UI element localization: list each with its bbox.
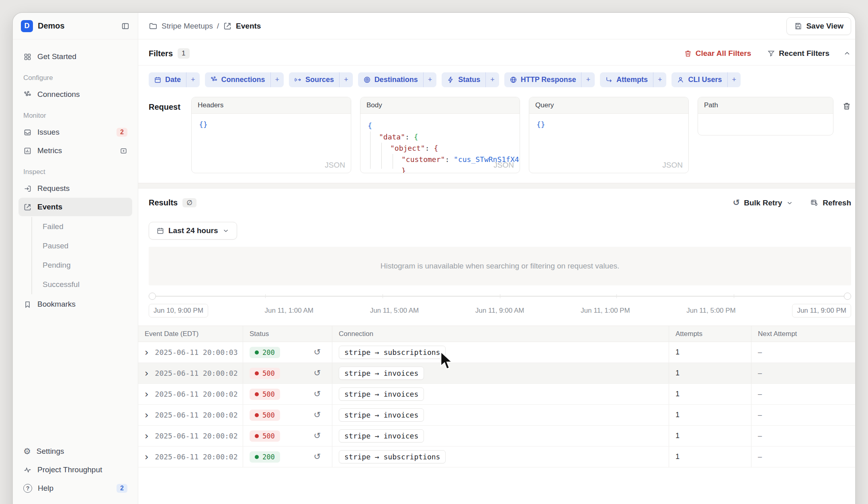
sidebar-item-paused[interactable]: Paused — [32, 236, 132, 256]
table-row[interactable]: ›2025-06-11 20:00:02 200↺ stripe → subsc… — [138, 447, 856, 467]
next-attempt-value: – — [751, 405, 856, 425]
timeline-label-end: Jun 11, 9:00 PM — [792, 304, 851, 318]
expand-row-icon[interactable]: › — [145, 410, 149, 420]
status-badge: 200 — [250, 347, 280, 358]
retry-icon[interactable]: ↺ — [313, 348, 321, 356]
sidebar-item-successful[interactable]: Successful — [32, 275, 132, 294]
time-range-slider[interactable] — [149, 292, 851, 301]
results-count-badge: ∅ — [182, 198, 197, 207]
column-header[interactable]: Attempts — [669, 326, 751, 342]
connection-badge[interactable]: stripe → invoices — [339, 387, 424, 401]
filters-title: Filters — [149, 49, 173, 58]
column-header[interactable]: Connection — [332, 326, 669, 342]
chevron-up-icon[interactable] — [843, 49, 851, 57]
retry-icon[interactable]: ↺ — [313, 369, 321, 377]
request-headers-panel[interactable]: Headers {} JSON — [191, 97, 351, 173]
expand-row-icon[interactable]: › — [145, 452, 149, 462]
retry-icon[interactable]: ↺ — [313, 432, 321, 440]
filter-chip-attempts[interactable]: Attempts + — [600, 72, 667, 87]
workspace-logo[interactable]: D — [21, 20, 33, 32]
chip-add-button[interactable]: + — [423, 72, 437, 87]
slider-handle-start[interactable] — [149, 293, 156, 300]
request-body-panel[interactable]: Body { "data": { "object": { "customer":… — [360, 97, 520, 173]
filter-chip-http-response[interactable]: HTTP Response + — [504, 72, 595, 87]
column-header[interactable]: Next Attempt — [751, 326, 856, 342]
mouse-cursor — [439, 351, 455, 372]
workspace-name[interactable]: Demos — [38, 21, 121, 31]
filter-chip-date[interactable]: Date + — [149, 72, 200, 87]
sidebar-item-settings[interactable]: ⚙ Settings — [18, 442, 132, 461]
path-input[interactable] — [702, 117, 829, 131]
grid-icon — [23, 53, 32, 61]
headers-json-value[interactable]: {} — [199, 120, 208, 129]
filter-chip-connections[interactable]: Connections + — [205, 72, 284, 87]
pulse-icon — [23, 466, 32, 474]
filter-chip-cli-users[interactable]: CLI Users + — [671, 72, 741, 87]
expand-row-icon[interactable]: › — [145, 431, 149, 441]
connection-badge[interactable]: stripe → invoices — [339, 408, 424, 422]
expand-row-icon[interactable]: › — [145, 369, 149, 378]
retry-icon[interactable]: ↺ — [313, 453, 321, 461]
chip-add-button[interactable]: + — [339, 72, 353, 87]
sidebar-item-get-started[interactable]: Get Started — [18, 47, 132, 66]
sidebar-section-configure: Configure — [23, 74, 127, 82]
timeline-label: Jun 11, 5:00 PM — [686, 307, 736, 315]
connection-badge[interactable]: stripe → subscriptions — [339, 450, 446, 463]
clear-all-filters-button[interactable]: Clear All Filters — [684, 49, 751, 58]
retry-icon[interactable]: ↺ — [313, 390, 321, 398]
sidebar-item-bookmarks[interactable]: Bookmarks — [18, 295, 132, 313]
slider-handle-end[interactable] — [844, 293, 851, 300]
sidebar-item-label: Requests — [37, 184, 127, 193]
recent-filters-button[interactable]: Recent Filters — [767, 49, 829, 58]
filter-chip-destinations[interactable]: Destinations + — [358, 72, 437, 87]
bulk-retry-label: Bulk Retry — [744, 199, 782, 207]
chip-label: Attempts — [616, 76, 648, 84]
request-path-panel[interactable]: Path — [698, 97, 833, 135]
connection-badge[interactable]: stripe → invoices — [339, 429, 424, 443]
globe-icon — [510, 76, 517, 84]
timeline-label-start: Jun 10, 9:00 PM — [149, 304, 208, 318]
sidebar-item-connections[interactable]: Connections — [18, 85, 132, 104]
chip-add-button[interactable]: + — [727, 72, 741, 87]
column-header[interactable]: Event Date (EDT) — [138, 326, 243, 342]
filter-chip-status[interactable]: Status + — [442, 72, 499, 87]
sidebar-item-metrics[interactable]: Metrics — [18, 141, 132, 160]
add-to-dashboard-icon[interactable] — [120, 147, 127, 155]
body-json-code[interactable]: { "data": { "object": { "customer": "cus… — [368, 120, 512, 173]
expand-row-icon[interactable]: › — [145, 348, 149, 357]
query-json-value[interactable]: {} — [536, 120, 545, 129]
sidebar-item-project-throughput[interactable]: Project Throughput — [18, 461, 132, 479]
sidebar-item-requests[interactable]: Requests — [18, 179, 132, 198]
refresh-button[interactable]: Refresh — [810, 199, 851, 207]
sidebar-item-events[interactable]: Events — [18, 198, 132, 216]
bulk-retry-button[interactable]: ↺ Bulk Retry — [733, 199, 794, 207]
retry-icon[interactable]: ↺ — [313, 411, 321, 419]
sidebar-item-help[interactable]: ? Help 2 — [18, 479, 132, 498]
column-header[interactable]: Status — [243, 326, 332, 342]
table-row[interactable]: ›2025-06-11 20:00:03 200↺ stripe → subsc… — [138, 342, 856, 363]
sidebar-item-pending[interactable]: Pending — [32, 256, 132, 275]
table-row[interactable]: ›2025-06-11 20:00:02 500↺ stripe → invoi… — [138, 426, 856, 447]
sidebar-collapse-icon[interactable] — [121, 22, 130, 31]
connection-badge[interactable]: stripe → invoices — [339, 367, 424, 380]
sidebar-item-failed[interactable]: Failed — [32, 217, 132, 236]
save-view-button[interactable]: Save View — [786, 17, 851, 35]
chip-add-button[interactable]: + — [485, 72, 499, 87]
chip-add-button[interactable]: + — [653, 72, 667, 87]
table-row[interactable]: ›2025-06-11 20:00:02 500↺ stripe → invoi… — [138, 363, 856, 384]
expand-row-icon[interactable]: › — [145, 389, 149, 399]
chip-add-button[interactable]: + — [186, 72, 200, 87]
chip-add-button[interactable]: + — [270, 72, 284, 87]
request-query-panel[interactable]: Query {} JSON — [529, 97, 689, 173]
sidebar-item-issues[interactable]: Issues 2 — [18, 123, 132, 141]
filter-chips: Date + Connections + Sources + Destinati… — [138, 66, 856, 96]
time-range-dropdown[interactable]: Last 24 hours — [149, 222, 237, 240]
filter-chip-sources[interactable]: Sources + — [289, 72, 353, 87]
table-row[interactable]: ›2025-06-11 20:00:02 500↺ stripe → invoi… — [138, 405, 856, 426]
breadcrumb-folder[interactable]: Stripe Meetups — [162, 22, 213, 31]
sidebar-item-label: Bookmarks — [37, 300, 127, 309]
table-row[interactable]: ›2025-06-11 20:00:02 500↺ stripe → invoi… — [138, 384, 856, 405]
chip-add-button[interactable]: + — [581, 72, 595, 87]
connection-badge[interactable]: stripe → subscriptions — [339, 346, 446, 359]
delete-request-filter-icon[interactable] — [842, 97, 851, 111]
